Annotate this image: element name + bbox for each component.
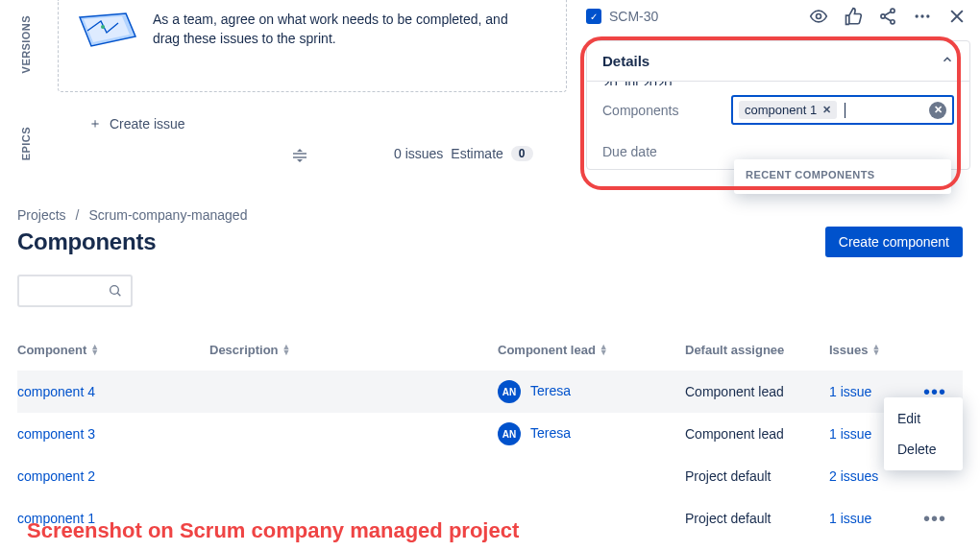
- lead-link[interactable]: Teresa: [530, 383, 571, 398]
- default-assignee: Component lead: [685, 426, 829, 442]
- table-row[interactable]: component 3 ANTeresa Component lead 1 is…: [17, 413, 963, 455]
- details-toggle[interactable]: Details: [587, 41, 969, 82]
- svg-point-5: [881, 14, 885, 18]
- svg-point-9: [926, 14, 929, 17]
- issues-estimate: 0 issues Estimate 0: [394, 146, 533, 161]
- issues-count-label: 0 issues: [394, 146, 443, 161]
- create-component-button[interactable]: Create component: [825, 227, 963, 257]
- row-menu-edit[interactable]: Edit: [884, 403, 963, 434]
- breadcrumb-separator: /: [76, 207, 80, 223]
- chevron-up-icon: [941, 53, 954, 69]
- component-name-link[interactable]: component 4: [17, 384, 209, 399]
- field-label-duedate: Due date: [602, 144, 718, 159]
- backlog-dropzone: As a team, agree on what work needs to b…: [58, 0, 567, 92]
- th-component[interactable]: Component▲▼: [17, 343, 209, 357]
- issues-link[interactable]: 1 issue: [829, 511, 916, 526]
- default-assignee: Component lead: [685, 384, 829, 399]
- share-icon[interactable]: [874, 3, 901, 30]
- backlog-tip: As a team, agree on what work needs to b…: [153, 10, 508, 49]
- th-description[interactable]: Description▲▼: [209, 343, 498, 357]
- resize-handle-icon[interactable]: [288, 146, 311, 168]
- table-row[interactable]: component 4 ANTeresa Component lead 1 is…: [17, 371, 963, 413]
- annotation-caption: Screenshot on Scrum company managed proj…: [27, 518, 519, 543]
- breadcrumb-root[interactable]: Projects: [17, 207, 66, 223]
- th-issues[interactable]: Issues▲▼: [829, 343, 916, 357]
- svg-point-3: [817, 14, 821, 19]
- create-issue-label: Create issue: [110, 116, 185, 132]
- side-tab-epics[interactable]: EPICS: [20, 111, 32, 176]
- row-actions-icon[interactable]: •••: [916, 508, 954, 530]
- row-menu-delete[interactable]: Delete: [884, 434, 963, 465]
- table-row[interactable]: component 2 Project default 2 issues: [17, 455, 963, 497]
- side-tabs: VERSIONS EPICS: [10, 0, 42, 177]
- issue-type-icon: ✓: [586, 9, 601, 24]
- breadcrumb: Projects / Scrum-company-managed: [17, 207, 963, 223]
- dropdown-header: RECENT COMPONENTS: [746, 169, 940, 180]
- issues-link[interactable]: 2 issues: [829, 468, 916, 484]
- default-assignee: Project default: [685, 511, 829, 526]
- lead-link[interactable]: Teresa: [530, 425, 571, 441]
- estimate-label: Estimate: [451, 146, 502, 161]
- more-icon[interactable]: [909, 3, 936, 30]
- text-cursor: [845, 103, 845, 118]
- plus-icon: ＋: [88, 115, 102, 132]
- avatar: AN: [498, 422, 521, 445]
- field-row-components: Components component 1 ✕ ✕: [587, 85, 969, 134]
- issue-key[interactable]: SCM-30: [609, 9, 658, 24]
- avatar: AN: [498, 380, 521, 403]
- row-actions-menu: Edit Delete: [884, 397, 963, 470]
- component-name-link[interactable]: component 2: [17, 468, 209, 484]
- svg-point-6: [891, 20, 894, 24]
- components-table: Component▲▼ Description▲▼ Component lead…: [17, 328, 963, 539]
- field-label-components: Components: [602, 103, 718, 118]
- close-icon[interactable]: [943, 3, 970, 30]
- side-tab-versions[interactable]: VERSIONS: [20, 0, 32, 88]
- svg-point-7: [916, 14, 919, 17]
- issue-panel: ✓ SCM-30 Details 20 Jul 2020 Comp: [586, 0, 970, 170]
- component-search-input[interactable]: [17, 275, 133, 307]
- component-tag[interactable]: component 1 ✕: [739, 101, 837, 119]
- breadcrumb-project[interactable]: Scrum-company-managed: [88, 207, 247, 223]
- component-name-link[interactable]: component 3: [17, 426, 209, 442]
- svg-point-2: [101, 25, 105, 29]
- th-lead[interactable]: Component lead▲▼: [498, 343, 685, 357]
- field-value-startdate[interactable]: 20 Jul 2020: [602, 82, 954, 85]
- clear-input-icon[interactable]: ✕: [929, 102, 946, 119]
- th-assignee: Default assignee: [685, 343, 829, 357]
- svg-point-4: [891, 9, 894, 12]
- create-issue-button[interactable]: ＋ Create issue: [79, 109, 195, 138]
- svg-point-10: [110, 286, 119, 295]
- sprint-illustration: [74, 10, 141, 54]
- like-icon[interactable]: [840, 3, 867, 30]
- default-assignee: Project default: [685, 468, 829, 484]
- component-tag-label: component 1: [745, 103, 817, 117]
- tag-remove-icon[interactable]: ✕: [822, 104, 831, 116]
- search-icon: [108, 283, 123, 299]
- page-title: Components: [17, 228, 156, 255]
- details-title: Details: [602, 53, 649, 69]
- components-dropdown[interactable]: RECENT COMPONENTS: [734, 159, 951, 194]
- svg-point-8: [920, 14, 923, 17]
- components-input[interactable]: component 1 ✕ ✕: [731, 95, 954, 125]
- watch-icon[interactable]: [805, 3, 832, 30]
- estimate-badge: 0: [511, 146, 533, 161]
